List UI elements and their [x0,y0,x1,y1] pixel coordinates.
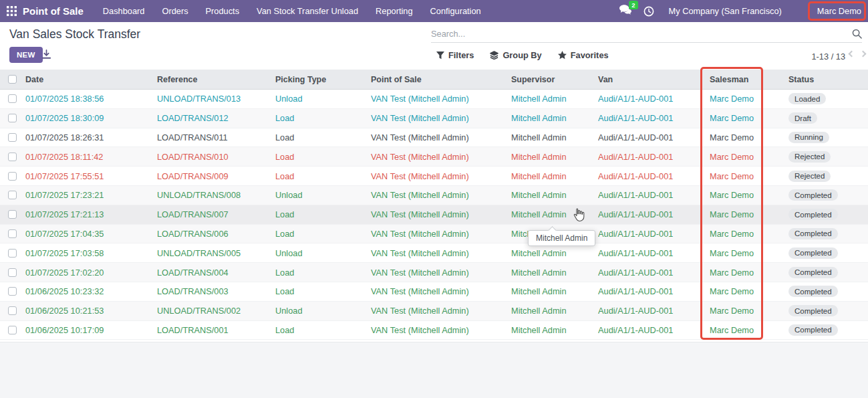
column-header-status[interactable]: Status [788,75,868,84]
cell-date[interactable]: 01/06/2025 10:17:09 [25,325,157,335]
cell-date[interactable]: 01/07/2025 18:11:42 [25,152,157,162]
cell-salesman[interactable]: Marc Demo [710,248,788,258]
download-button[interactable] [41,49,51,62]
nav-item-van-stock-transfer-unload[interactable]: Van Stock Transfer Unload [248,0,367,22]
cell-van[interactable]: Audi/A1/1-AUD-001 [598,229,710,239]
search-input[interactable] [431,29,852,39]
row-checkbox[interactable] [0,114,25,122]
cell-reference[interactable]: UNLOAD/TRANS/005 [157,248,275,258]
cell-van[interactable]: Audi/A1/1-AUD-001 [598,325,710,335]
cell-van[interactable]: Audi/A1/1-AUD-001 [598,209,710,219]
cell-salesman[interactable]: Marc Demo [710,132,788,142]
cell-salesman[interactable]: Marc Demo [710,306,788,316]
table-row[interactable]: 01/07/2025 17:03:58UNLOAD/TRANS/005Unloa… [0,243,868,263]
column-header-reference[interactable]: Reference [157,75,275,84]
row-checkbox[interactable] [0,306,25,315]
table-row[interactable]: 01/07/2025 17:55:51LOAD/TRANS/009LoadVAN… [0,167,868,186]
table-row[interactable]: 01/07/2025 18:30:09LOAD/TRANS/012LoadVAN… [0,109,868,128]
cell-picking-type[interactable]: Load [275,286,371,296]
cell-salesman[interactable]: Marc Demo [710,190,788,200]
activities-button[interactable] [643,6,654,17]
cell-point-of-sale[interactable]: VAN Test (Mitchell Admin) [371,132,511,142]
app-name[interactable]: Point of Sale [23,5,84,17]
row-checkbox[interactable] [0,153,25,161]
column-header-van[interactable]: Van [598,75,710,84]
cell-supervisor[interactable]: Mitchell Admin [511,152,598,162]
cell-van[interactable]: Audi/A1/1-AUD-001 [598,268,710,278]
cell-date[interactable]: 01/07/2025 17:02:20 [25,268,157,278]
cell-salesman[interactable]: Marc Demo [710,113,788,123]
cell-date[interactable]: 01/07/2025 17:03:58 [25,248,157,258]
cell-date[interactable]: 01/07/2025 17:04:35 [25,229,157,239]
cell-picking-type[interactable]: Unload [275,306,371,316]
table-row[interactable]: 01/07/2025 17:04:35LOAD/TRANS/006LoadVAN… [0,225,868,244]
row-checkbox[interactable] [0,268,25,277]
cell-date[interactable]: 01/06/2025 10:23:32 [25,286,157,296]
new-button[interactable]: NEW [9,47,43,63]
table-row[interactable]: 01/07/2025 17:21:13LOAD/TRANS/007LoadVAN… [0,205,868,225]
row-checkbox[interactable] [0,94,25,103]
cell-picking-type[interactable]: Load [275,152,371,162]
cell-supervisor[interactable]: Mitchell Admin [511,94,598,104]
cell-supervisor[interactable]: Mitchell Admin [511,248,598,258]
cell-date[interactable]: 01/07/2025 17:55:51 [25,171,157,181]
table-row[interactable]: 01/06/2025 10:17:09LOAD/TRANS/001LoadVAN… [0,321,868,340]
cell-point-of-sale[interactable]: VAN Test (Mitchell Admin) [371,209,511,219]
cell-van[interactable]: Audi/A1/1-AUD-001 [598,248,710,258]
cell-van[interactable]: Audi/A1/1-AUD-001 [598,286,710,296]
cell-reference[interactable]: LOAD/TRANS/011 [157,132,275,142]
apps-grid-icon[interactable] [0,6,23,16]
cell-point-of-sale[interactable]: VAN Test (Mitchell Admin) [371,325,511,335]
nav-item-reporting[interactable]: Reporting [367,0,422,22]
row-checkbox[interactable] [0,249,25,258]
cell-point-of-sale[interactable]: VAN Test (Mitchell Admin) [371,286,511,296]
row-checkbox[interactable] [0,133,25,142]
cell-supervisor[interactable]: Mitchell Admin [511,286,598,296]
cell-supervisor[interactable]: Mitchell Admin [511,171,598,181]
cell-point-of-sale[interactable]: VAN Test (Mitchell Admin) [371,268,511,278]
row-checkbox[interactable] [0,210,25,219]
messages-button[interactable]: 2 [619,5,631,17]
cell-van[interactable]: Audi/A1/1-AUD-001 [598,94,710,104]
cell-picking-type[interactable]: Load [275,209,371,219]
nav-item-configuration[interactable]: Configuration [422,0,490,22]
cell-date[interactable]: 01/07/2025 17:23:21 [25,190,157,200]
cell-supervisor[interactable]: Mitchell Admin [511,268,598,278]
cell-salesman[interactable]: Marc Demo [710,209,788,219]
row-checkbox[interactable] [0,287,25,296]
cell-point-of-sale[interactable]: VAN Test (Mitchell Admin) [371,171,511,181]
cell-reference[interactable]: LOAD/TRANS/001 [157,325,275,335]
cell-supervisor[interactable]: Mitchell Admin [511,132,598,142]
favorites-button[interactable]: Favorites [558,50,609,60]
cell-point-of-sale[interactable]: VAN Test (Mitchell Admin) [371,94,511,104]
column-header-supervisor[interactable]: Supervisor [511,75,598,84]
table-row[interactable]: 01/07/2025 18:11:42LOAD/TRANS/010LoadVAN… [0,147,868,167]
cell-date[interactable]: 01/07/2025 18:26:31 [25,132,157,142]
cell-salesman[interactable]: Marc Demo [710,325,788,335]
cell-supervisor[interactable]: Mitchell Admin [511,325,598,335]
cell-date[interactable]: 01/07/2025 18:30:09 [25,113,157,123]
cell-reference[interactable]: LOAD/TRANS/012 [157,113,275,123]
cell-van[interactable]: Audi/A1/1-AUD-001 [598,171,710,181]
nav-item-products[interactable]: Products [197,0,249,22]
group-by-button[interactable]: Group By [490,50,541,60]
row-checkbox[interactable] [0,191,25,199]
cell-picking-type[interactable]: Unload [275,94,371,104]
cell-date[interactable]: 01/06/2025 10:21:53 [25,306,157,316]
cell-picking-type[interactable]: Load [275,171,371,181]
cell-van[interactable]: Audi/A1/1-AUD-001 [598,306,710,316]
filters-button[interactable]: Filters [436,50,474,60]
cell-salesman[interactable]: Marc Demo [710,286,788,296]
cell-salesman[interactable]: Marc Demo [710,268,788,278]
cell-point-of-sale[interactable]: VAN Test (Mitchell Admin) [371,229,511,239]
cell-reference[interactable]: LOAD/TRANS/006 [157,229,275,239]
column-header-date[interactable]: Date [25,75,157,84]
cell-reference[interactable]: UNLOAD/TRANS/008 [157,190,275,200]
cell-point-of-sale[interactable]: VAN Test (Mitchell Admin) [371,190,511,200]
company-switcher[interactable]: My Company (San Francisco) [669,6,782,16]
cell-reference[interactable]: LOAD/TRANS/004 [157,268,275,278]
cell-point-of-sale[interactable]: VAN Test (Mitchell Admin) [371,306,511,316]
table-row[interactable]: 01/07/2025 17:23:21UNLOAD/TRANS/008Unloa… [0,186,868,205]
cell-date[interactable]: 01/07/2025 18:38:56 [25,94,157,104]
cell-point-of-sale[interactable]: VAN Test (Mitchell Admin) [371,113,511,123]
